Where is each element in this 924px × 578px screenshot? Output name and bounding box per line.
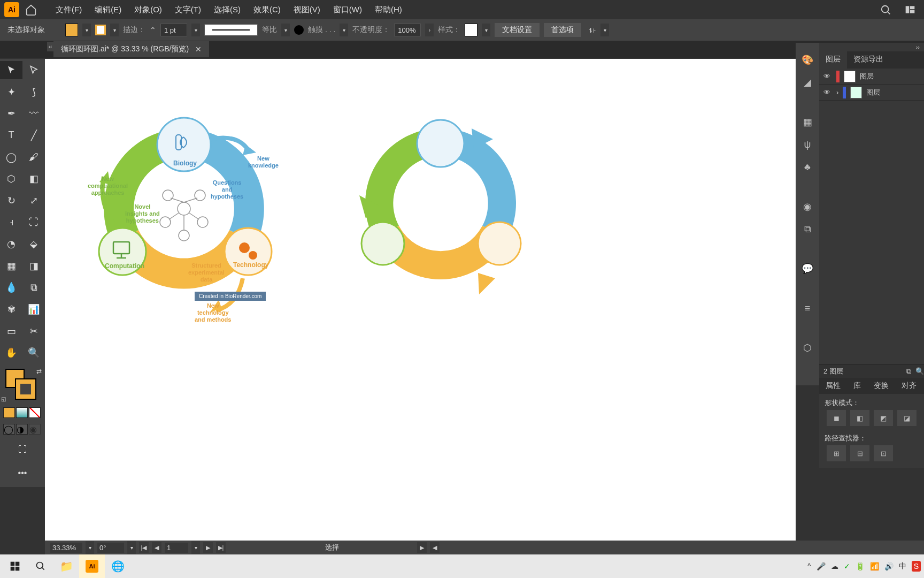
shaper-tool[interactable]: ⬡ <box>0 170 22 188</box>
microphone-icon[interactable]: 🎤 <box>817 562 826 571</box>
close-tab-icon[interactable]: ✕ <box>195 45 202 54</box>
onedrive-icon[interactable]: ☁ <box>831 562 838 571</box>
curvature-tool[interactable]: 〰 <box>22 104 45 123</box>
tab-properties[interactable]: 属性 <box>819 378 847 394</box>
3d-panel-icon[interactable]: ⬡ <box>801 341 814 354</box>
artboard-input[interactable] <box>165 543 188 553</box>
brush-dropdown[interactable]: ▾ <box>340 24 348 36</box>
layer-row[interactable]: 👁 图层 <box>819 69 924 85</box>
color-panel-icon[interactable]: 🎨 <box>801 54 814 66</box>
shape-builder-tool[interactable]: ◔ <box>0 235 22 253</box>
menu-edit[interactable]: 编辑(E) <box>88 5 128 15</box>
exclude-button[interactable]: ◪ <box>897 410 917 426</box>
trim-button[interactable]: ⊟ <box>850 445 869 461</box>
none-mode-icon[interactable] <box>29 407 41 418</box>
sogou-ime-icon[interactable]: S <box>912 561 921 572</box>
workspace-icon[interactable] <box>905 4 915 15</box>
lasso-tool[interactable]: ⟆ <box>22 83 45 101</box>
align-icon[interactable]: ⫮⊦ <box>589 26 596 34</box>
collapse-right-icon[interactable]: ›› <box>819 43 924 51</box>
preferences-button[interactable]: 首选项 <box>544 23 581 37</box>
draw-normal-icon[interactable]: ◯ <box>3 424 15 435</box>
opacity-dropdown[interactable]: › <box>425 24 434 36</box>
prev-artboard-button[interactable]: ◀ <box>152 542 161 553</box>
stroke-weight-input[interactable] <box>160 24 187 36</box>
stroke-style-dropdown[interactable]: ▾ <box>281 24 290 36</box>
menu-type[interactable]: 文字(T) <box>168 5 207 15</box>
swatches-panel-icon[interactable]: ▦ <box>801 116 814 128</box>
menu-view[interactable]: 视图(V) <box>287 5 327 15</box>
last-artboard-button[interactable]: ▶| <box>216 542 226 553</box>
edit-toolbar-icon[interactable]: ••• <box>0 463 45 483</box>
tab-libraries[interactable]: 库 <box>847 378 867 394</box>
stroke-dropdown[interactable]: ▾ <box>110 24 119 36</box>
swap-fill-stroke-icon[interactable]: ⇄ <box>36 368 42 375</box>
comments-panel-icon[interactable]: 💬 <box>801 262 814 275</box>
screen-mode-tool[interactable]: ⛶ <box>0 439 45 460</box>
paintbrush-tool[interactable]: 🖌 <box>22 148 45 166</box>
file-explorer-icon[interactable]: 📁 <box>53 554 79 578</box>
taskbar-search-icon[interactable] <box>28 554 53 578</box>
menu-select[interactable]: 选择(S) <box>207 5 247 15</box>
scroll-right-button[interactable]: ▶ <box>417 542 427 553</box>
scale-tool[interactable]: ⤢ <box>22 192 45 210</box>
search-icon[interactable] <box>880 4 892 16</box>
collapse-left-icon[interactable]: ‹‹ <box>47 42 53 51</box>
intersect-button[interactable]: ◩ <box>874 410 893 426</box>
tab-align[interactable]: 对齐 <box>895 378 923 394</box>
gradient-mode-icon[interactable] <box>16 407 28 418</box>
menu-file[interactable]: 文件(F) <box>49 5 88 15</box>
align-dropdown[interactable]: ▾ <box>600 24 609 36</box>
perspective-tool[interactable]: ⬙ <box>22 235 45 253</box>
first-artboard-button[interactable]: |◀ <box>139 542 149 553</box>
layer-row[interactable]: 👁 › 图层 <box>819 85 924 101</box>
direct-selection-tool[interactable] <box>22 61 45 79</box>
tab-asset-export[interactable]: 资源导出 <box>847 51 890 69</box>
volume-icon[interactable]: 🔊 <box>884 562 894 571</box>
eraser-tool[interactable]: ◧ <box>22 170 45 188</box>
stroke-weight-stepper[interactable]: ⌃ <box>150 26 156 34</box>
document-tab[interactable]: 循环圆环图.ai* @ 33.33 % (RGB/预览) ✕ <box>53 41 209 57</box>
graphic-style-swatch[interactable] <box>465 24 478 36</box>
merge-button[interactable]: ⊡ <box>874 445 893 461</box>
rotate-tool[interactable]: ↻ <box>0 192 22 210</box>
security-icon[interactable]: ✓ <box>844 562 850 571</box>
tab-transform[interactable]: 变换 <box>867 378 895 394</box>
minus-front-button[interactable]: ◧ <box>850 410 869 426</box>
stroke-swatch[interactable] <box>95 25 106 35</box>
rotation-input[interactable] <box>97 543 124 553</box>
start-button[interactable] <box>2 554 28 578</box>
stroke-color-box[interactable] <box>16 379 35 399</box>
default-fill-stroke-icon[interactable]: ◱ <box>1 396 6 402</box>
zoom-tool[interactable]: 🔍 <box>22 344 45 362</box>
color-guide-icon[interactable]: ◢ <box>801 76 814 89</box>
eyedropper-tool[interactable]: 💧 <box>0 278 22 296</box>
unite-button[interactable]: ◼ <box>827 410 846 426</box>
symbol-sprayer-tool[interactable]: ✾ <box>0 300 22 318</box>
symbols-panel-icon[interactable]: ♣ <box>801 161 814 173</box>
style-dropdown[interactable]: ▾ <box>482 24 490 36</box>
menu-help[interactable]: 帮助(H) <box>368 5 409 15</box>
visibility-toggle-icon[interactable]: 👁 <box>823 88 832 97</box>
wifi-icon[interactable]: 📶 <box>870 562 879 571</box>
artboard-tool[interactable]: ▭ <box>0 322 22 340</box>
search-layer-icon[interactable]: 🔍 <box>915 367 924 375</box>
locate-object-icon[interactable]: ⧉ <box>906 367 911 376</box>
stroke-weight-dropdown[interactable]: ▾ <box>191 24 200 36</box>
width-tool[interactable]: ⫞ <box>0 213 22 231</box>
menu-object[interactable]: 对象(O) <box>128 5 168 15</box>
expand-layer-icon[interactable]: › <box>836 88 838 96</box>
slice-tool[interactable]: ✂ <box>22 322 45 340</box>
document-setup-button[interactable]: 文档设置 <box>495 23 540 37</box>
transparency-panel-icon[interactable]: ⧉ <box>801 223 814 235</box>
brushes-panel-icon[interactable]: ψ <box>801 138 814 151</box>
magic-wand-tool[interactable]: ✦ <box>0 83 22 101</box>
visibility-toggle-icon[interactable]: 👁 <box>823 72 832 81</box>
pen-tool[interactable]: ✒ <box>0 104 22 123</box>
opacity-input[interactable] <box>394 24 421 36</box>
draw-inside-icon[interactable]: ◉ <box>29 424 41 435</box>
illustrator-taskbar-icon[interactable]: Ai <box>79 554 105 578</box>
next-artboard-button[interactable]: ▶ <box>203 542 213 553</box>
fill-swatch[interactable] <box>65 24 78 36</box>
ime-icon[interactable]: 中 <box>899 561 906 571</box>
